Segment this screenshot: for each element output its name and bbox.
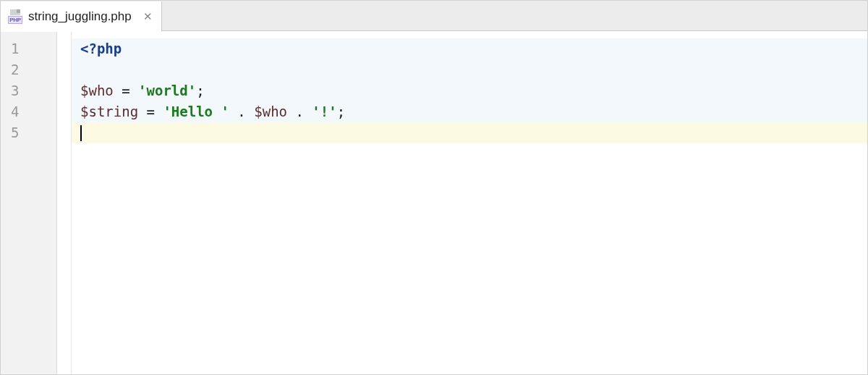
line-number: 3	[1, 80, 56, 101]
tab-bar: PHP string_juggling.php ✕	[1, 1, 867, 31]
php-open-tag: <?php	[80, 41, 122, 56]
code-line-current[interactable]	[72, 122, 867, 143]
code-area[interactable]: <?php $who = 'world'; $string = 'Hello '…	[72, 31, 867, 374]
token-variable: $string	[80, 104, 138, 119]
token-semicolon: ;	[337, 104, 345, 119]
gutter: 1 2 3 4 5	[1, 31, 57, 374]
token-string: '!'	[312, 104, 336, 119]
line-number: 2	[1, 59, 56, 80]
close-icon[interactable]: ✕	[143, 11, 153, 22]
tab-filename: string_juggling.php	[28, 9, 132, 24]
token-variable: $who	[80, 83, 114, 98]
php-file-icon: PHP	[8, 9, 22, 24]
code-line[interactable]	[72, 59, 867, 80]
token-operator: =	[138, 104, 163, 119]
line-number: 4	[1, 101, 56, 122]
token-operator: =	[114, 83, 138, 98]
code-line[interactable]: <?php	[72, 38, 867, 59]
editor[interactable]: 1 2 3 4 5 <?php $who = 'world'; $string …	[1, 31, 867, 374]
token-semicolon: ;	[196, 83, 204, 98]
token-string: 'world'	[138, 83, 196, 98]
file-tab[interactable]: PHP string_juggling.php ✕	[1, 1, 162, 32]
code-line[interactable]: $string = 'Hello ' . $who . '!';	[72, 101, 867, 122]
token-variable: $who	[254, 104, 287, 119]
code-line[interactable]: $who = 'world';	[72, 80, 867, 101]
gutter-extension	[57, 31, 72, 374]
text-caret	[80, 125, 82, 141]
token-operator: .	[229, 104, 254, 119]
line-number: 5	[1, 122, 56, 143]
line-number: 1	[1, 38, 56, 59]
token-operator: .	[287, 104, 312, 119]
token-string: 'Hello '	[163, 104, 229, 119]
